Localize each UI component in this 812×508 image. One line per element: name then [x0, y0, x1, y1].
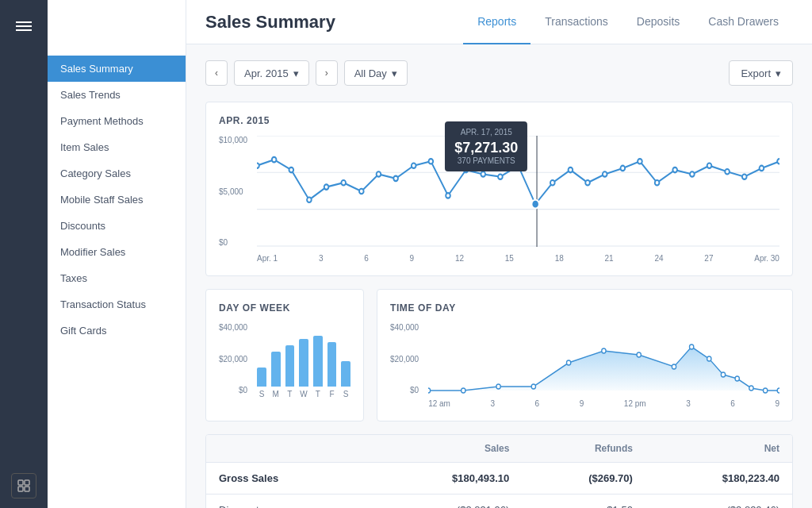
- svg-point-16: [377, 171, 381, 176]
- sidebar: [0, 0, 48, 508]
- bar-label-M: M: [271, 390, 281, 398]
- svg-rect-0: [18, 480, 23, 485]
- day-of-week-card: DAY OF WEEK $40,000 $20,000 $0 SMTWTFS: [205, 289, 364, 421]
- svg-point-46: [637, 352, 641, 357]
- bar-label-T: T: [313, 390, 323, 398]
- hamburger-button[interactable]: [10, 13, 38, 40]
- bar-label-T: T: [285, 390, 295, 398]
- svg-rect-3: [25, 487, 29, 491]
- time-selector[interactable]: All Day ▾: [344, 60, 408, 86]
- nav-item-gift-cards[interactable]: Gift Cards: [48, 318, 186, 344]
- dow-bars: SMTWTFS: [257, 323, 350, 398]
- svg-point-43: [531, 384, 535, 389]
- main-chart-card: APR. 2015 $10,000 $5,000 $0 APR. 17, 201…: [205, 102, 793, 276]
- x-axis-labels: Apr. 1 3 6 9 12 15 18 21 24 27 Apr. 30: [257, 254, 779, 263]
- svg-point-53: [764, 388, 768, 393]
- nav-item-discounts[interactable]: Discounts: [48, 213, 186, 239]
- sidebar-bottom-icon[interactable]: [11, 473, 36, 498]
- dow-chart-area: $40,000 $20,000 $0 SMTWTFS: [219, 323, 350, 398]
- table-row: Discounts($3,831.96)$1.50($3,830.46): [206, 495, 792, 509]
- svg-rect-2: [18, 487, 23, 491]
- dow-y-labels: $40,000 $20,000 $0: [219, 323, 251, 394]
- svg-point-10: [272, 157, 277, 162]
- header-nav-cash-drawers[interactable]: Cash Drawers: [694, 0, 793, 44]
- nav-item-category-sales[interactable]: Category Sales: [48, 160, 186, 187]
- svg-point-23: [498, 174, 503, 179]
- header-nav-deposits[interactable]: Deposits: [622, 0, 694, 44]
- header-nav: ReportsTransactionsDepositsCash Drawers: [463, 0, 793, 44]
- table-cell-sales: $180,493.10: [375, 463, 522, 495]
- bar-S: [257, 368, 266, 387]
- col-header-net: Net: [645, 435, 792, 463]
- next-period-button[interactable]: ›: [316, 60, 338, 86]
- svg-point-20: [446, 193, 450, 198]
- nav-item-sales-summary[interactable]: Sales Summary: [48, 56, 186, 82]
- svg-point-33: [672, 167, 677, 172]
- svg-point-26: [550, 180, 555, 185]
- prev-period-button[interactable]: ‹: [205, 60, 228, 86]
- header-nav-reports[interactable]: Reports: [463, 0, 530, 44]
- table-cell-net: $180,223.40: [645, 463, 792, 495]
- col-header-refunds: Refunds: [522, 435, 645, 463]
- table-header-row: Sales Refunds Net: [206, 435, 792, 463]
- svg-point-54: [777, 388, 779, 393]
- bar-M: [271, 352, 281, 387]
- svg-point-35: [707, 163, 712, 167]
- svg-point-27: [569, 167, 573, 172]
- tod-x-labels: 12 am 3 6 9 12 pm 3 6 9: [428, 399, 779, 408]
- nav-item-sales-trends[interactable]: Sales Trends: [48, 82, 186, 108]
- tooltip-payments: 370 PAYMENTS: [454, 156, 518, 165]
- svg-point-44: [567, 360, 571, 365]
- svg-point-42: [496, 384, 500, 389]
- col-header-label: [206, 435, 375, 463]
- nav-item-taxes[interactable]: Taxes: [48, 265, 186, 291]
- svg-point-38: [760, 166, 764, 171]
- dow-title: DAY OF WEEK: [219, 302, 350, 314]
- header-nav-transactions[interactable]: Transactions: [530, 0, 622, 44]
- svg-point-28: [585, 180, 590, 185]
- table-cell-label: Discounts: [206, 495, 375, 509]
- svg-point-48: [690, 344, 694, 349]
- toolbar: ‹ Apr. 2015 ▾ › All Day ▾ Export ▾: [205, 60, 793, 86]
- table-cell-refunds: ($269.70): [522, 463, 645, 495]
- svg-point-37: [742, 174, 747, 179]
- tooltip-box: APR. 17, 2015 $7,271.30 370 PAYMENTS: [445, 121, 527, 171]
- svg-rect-1: [25, 480, 29, 485]
- svg-point-17: [393, 176, 398, 181]
- svg-point-50: [721, 372, 725, 377]
- svg-point-52: [749, 386, 753, 391]
- table-cell-sales: ($3,831.96): [375, 495, 522, 509]
- summary-table-card: Sales Refunds Net Gross Sales$180,493.10…: [205, 434, 793, 508]
- export-button[interactable]: Export ▾: [729, 60, 793, 86]
- chart-svg-area: APR. 17, 2015 $7,271.30 370 PAYMENTS: [257, 136, 779, 247]
- main-area: Sales Summary ReportsTransactionsDeposit…: [186, 0, 812, 508]
- svg-point-15: [359, 189, 364, 194]
- time-of-day-card: TIME OF DAY $40,000 $20,000 $0: [377, 289, 793, 421]
- nav-item-payment-methods[interactable]: Payment Methods: [48, 108, 186, 134]
- bar-chart: [257, 323, 350, 387]
- svg-point-13: [324, 184, 329, 189]
- summary-table: Sales Refunds Net Gross Sales$180,493.10…: [206, 435, 792, 508]
- bar-S: [341, 361, 350, 387]
- svg-point-51: [735, 376, 739, 381]
- page-title: Sales Summary: [205, 12, 335, 33]
- nav-item-item-sales[interactable]: Item Sales: [48, 134, 186, 160]
- bottom-charts: DAY OF WEEK $40,000 $20,000 $0 SMTWTFS T…: [205, 289, 793, 421]
- bar-T: [313, 336, 323, 387]
- svg-point-40: [428, 388, 431, 393]
- table-cell-label: Gross Sales: [206, 463, 375, 495]
- tod-chart-area: $40,000 $20,000 $0: [390, 323, 779, 408]
- tod-title: TIME OF DAY: [390, 302, 779, 314]
- bar-label-W: W: [299, 390, 308, 398]
- nav-item-transaction-status[interactable]: Transaction Status: [48, 291, 186, 318]
- svg-point-25: [531, 200, 538, 209]
- nav-item-modifier-sales[interactable]: Modifier Sales: [48, 239, 186, 265]
- tod-y-labels: $40,000 $20,000 $0: [390, 323, 422, 394]
- tooltip-amount: $7,271.30: [454, 140, 518, 156]
- bar-label-S: S: [341, 390, 350, 398]
- bar-x-labels: SMTWTFS: [257, 390, 350, 398]
- period-selector[interactable]: Apr. 2015 ▾: [234, 60, 309, 86]
- svg-point-41: [462, 388, 465, 393]
- nav-item-mobile-staff-sales[interactable]: Mobile Staff Sales: [48, 187, 186, 213]
- svg-point-29: [603, 171, 607, 176]
